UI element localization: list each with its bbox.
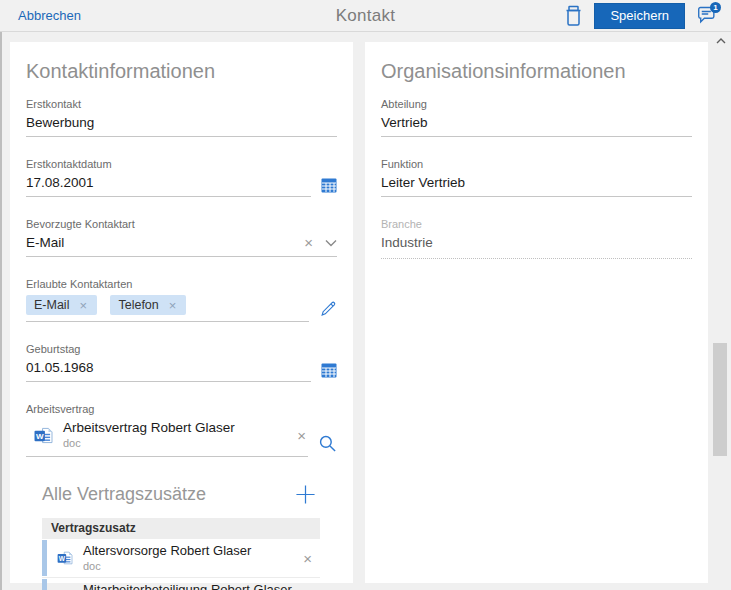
chip-remove-icon[interactable]: × [167, 299, 179, 312]
remove-attachment-icon[interactable]: × [295, 428, 308, 443]
vertragszusatz-table: Vertragszusatz W [42, 518, 320, 590]
pencil-icon[interactable] [319, 300, 337, 322]
save-button[interactable]: Speichern [594, 3, 685, 29]
field-erlaubte-kontaktarten: Erlaubte Kontaktarten E-Mail × Telefon × [26, 278, 337, 322]
window-edge [0, 0, 2, 590]
field-funktion: Funktion Leiter Vertrieb [381, 158, 692, 197]
field-erstkontakt: Erstkontakt Bewerbung [26, 98, 337, 137]
field-value: Vertrieb [381, 115, 692, 130]
notes-button[interactable]: 1 [696, 6, 717, 25]
field-label: Geburtstag [26, 343, 337, 355]
field-label: Funktion [381, 158, 692, 170]
field-geburtstag: Geburtstag 01.05.1968 [26, 343, 337, 382]
scrollbar-thumb[interactable] [713, 343, 727, 456]
svg-text:W: W [59, 555, 66, 562]
search-icon[interactable] [318, 434, 337, 457]
topbar-actions: Speichern 1 [564, 3, 717, 29]
field-value: 17.08.2001 [26, 175, 311, 190]
field-value: Bewerbung [26, 115, 337, 130]
calendar-icon[interactable] [321, 178, 337, 197]
cancel-button[interactable]: Abbrechen [18, 8, 81, 23]
field-erstkontaktdatum: Erstkontaktdatum 17.08.2001 [26, 158, 337, 197]
field-label: Erlaubte Kontaktarten [26, 278, 337, 290]
vertragszusaetze-title: Alle Vertragszusätze [42, 484, 206, 505]
trash-icon[interactable] [564, 5, 583, 26]
field-label: Erstkontaktdatum [26, 158, 337, 170]
field-arbeitsvertrag: Arbeitsvertrag W [26, 403, 337, 457]
attachment-title: Arbeitsvertrag Robert Glaser [63, 420, 295, 436]
chevron-down-icon[interactable] [325, 239, 337, 247]
chip-label: Telefon [118, 298, 158, 312]
organisation-section-title: Organisationsinformationen [381, 60, 692, 83]
bevorzugte-kontaktart-select[interactable]: E-Mail × [26, 233, 337, 257]
field-label: Erstkontakt [26, 98, 337, 110]
chip-telefon[interactable]: Telefon × [110, 295, 186, 315]
funktion-input[interactable]: Leiter Vertrieb [381, 173, 692, 197]
field-value: E-Mail [26, 235, 302, 250]
abteilung-input[interactable]: Vertrieb [381, 113, 692, 137]
branche-readonly-field: Industrie [381, 233, 692, 259]
erlaubte-kontaktarten-field[interactable]: E-Mail × Telefon × [26, 293, 309, 322]
clear-icon[interactable]: × [302, 235, 315, 250]
field-value: Industrie [381, 235, 692, 250]
remove-row-icon[interactable]: × [301, 551, 314, 566]
field-bevorzugte-kontaktart: Bevorzugte Kontaktart E-Mail × [26, 218, 337, 257]
field-label: Abteilung [381, 98, 692, 110]
erstkontakt-input[interactable]: Bewerbung [26, 113, 337, 137]
word-doc-icon: W [34, 427, 53, 444]
chip-remove-icon[interactable]: × [77, 299, 89, 312]
vertragszusaetze-section: Alle Vertragszusätze Vertragszusatz [42, 484, 337, 590]
scrollbar-track[interactable] [710, 33, 731, 590]
row-title: Altersvorsorge Robert Glaser [83, 543, 301, 559]
top-bar: Abbrechen Kontakt Speichern 1 [0, 0, 731, 32]
table-row[interactable]: W Mitarbeiterbeteiligung Robert Glaser d… [42, 578, 320, 590]
table-column-header: Vertragszusatz [42, 518, 320, 539]
field-label: Arbeitsvertrag [26, 403, 337, 415]
arbeitsvertrag-attachment[interactable]: W Arbeitsvertrag Robert Glaser doc × [26, 418, 308, 457]
word-doc-icon: W [57, 551, 73, 565]
field-label: Branche [381, 218, 692, 230]
contact-section-title: Kontaktinformationen [26, 60, 337, 83]
field-value: 01.05.1968 [26, 360, 311, 375]
row-title: Mitarbeiterbeteiligung Robert Glaser [83, 582, 301, 590]
chip-label: E-Mail [34, 298, 69, 312]
table-row[interactable]: W Altersvorsorge Robert Glaser doc × [42, 539, 320, 578]
contact-info-panel: Kontaktinformationen Erstkontakt Bewerbu… [10, 42, 353, 583]
geburtstag-input[interactable]: 01.05.1968 [26, 358, 311, 382]
add-icon[interactable] [295, 484, 316, 505]
field-label: Bevorzugte Kontaktart [26, 218, 337, 230]
erstkontaktdatum-input[interactable]: 17.08.2001 [26, 173, 311, 197]
organisation-info-panel: Organisationsinformationen Abteilung Ver… [365, 42, 708, 583]
calendar-icon[interactable] [321, 363, 337, 382]
scroll-up-icon[interactable] [716, 38, 726, 44]
field-abteilung: Abteilung Vertrieb [381, 98, 692, 137]
field-branche: Branche Industrie [381, 218, 692, 259]
attachment-type: doc [63, 437, 295, 450]
svg-text:W: W [36, 432, 44, 441]
row-type: doc [83, 560, 301, 573]
chip-email[interactable]: E-Mail × [26, 295, 97, 315]
field-value: Leiter Vertrieb [381, 175, 692, 190]
notification-badge: 1 [710, 2, 721, 13]
